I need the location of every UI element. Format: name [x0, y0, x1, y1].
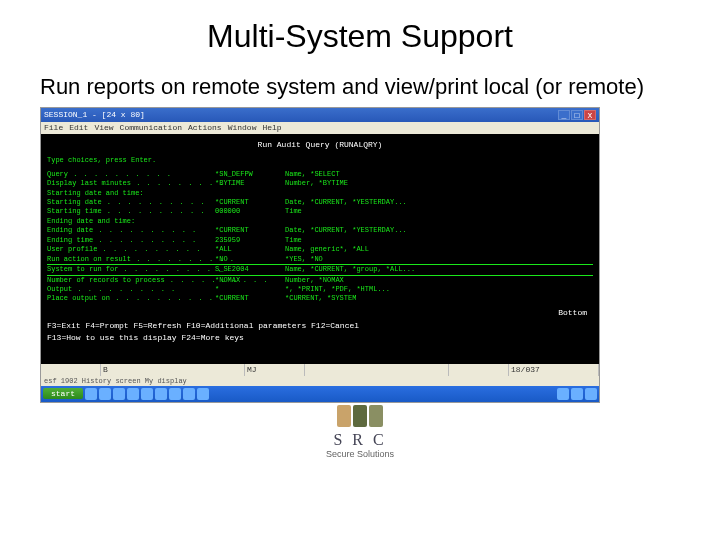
taskbar-app-icon[interactable]: [141, 388, 153, 400]
param-value[interactable]: 000000: [215, 207, 285, 216]
logo-bar-1: [337, 405, 351, 427]
taskbar-app-icon[interactable]: [197, 388, 209, 400]
function-keys-2: F13=How to use this display F24=More key…: [47, 333, 593, 344]
param-hint: Name, *CURRENT, *group, *ALL...: [285, 265, 593, 274]
param-label: Starting time: [47, 207, 215, 216]
param-row: User profile*ALLName, generic*, *ALL: [47, 245, 593, 254]
terminal-window: SESSION_1 - [24 x 80] _ □ X File Edit Vi…: [40, 107, 600, 403]
param-row: Ending date*CURRENTDate, *CURRENT, *YEST…: [47, 226, 593, 235]
param-value[interactable]: *CURRENT: [215, 198, 285, 207]
maximize-button[interactable]: □: [571, 110, 583, 120]
taskbar-app-icon[interactable]: [85, 388, 97, 400]
param-hint: Date, *CURRENT, *YESTERDAY...: [285, 198, 593, 207]
param-row: Place output on*CURRENT*CURRENT, *SYSTEM: [47, 294, 593, 303]
taskbar-app-icon[interactable]: [127, 388, 139, 400]
tray-icon[interactable]: [571, 388, 583, 400]
param-label: User profile: [47, 245, 215, 254]
status-cell-a: [41, 364, 101, 376]
param-row: Number of records to process*NOMAXNumber…: [47, 276, 593, 285]
param-row: Run action on result*NO*YES, *NO: [47, 255, 593, 264]
menu-file[interactable]: File: [44, 123, 63, 132]
close-button[interactable]: X: [584, 110, 596, 120]
param-label: Run action on result: [47, 255, 215, 264]
param-label: Query: [47, 170, 215, 179]
param-value[interactable]: *NOMAX: [215, 276, 285, 285]
slide-title: Multi-System Support: [0, 0, 720, 63]
param-hint: *CURRENT, *SYSTEM: [285, 294, 593, 303]
menu-window[interactable]: Window: [228, 123, 257, 132]
screen-title: Run Audit Query (RUNALQRY): [47, 140, 593, 151]
slide-body-text: Run reports on remote system and view/pr…: [0, 63, 720, 105]
param-hint: *YES, *NO: [285, 255, 593, 264]
taskbar-app-icon[interactable]: [155, 388, 167, 400]
menu-edit[interactable]: Edit: [69, 123, 88, 132]
param-row: System to run forS_SE2004Name, *CURRENT,…: [47, 264, 593, 275]
status-cursor-pos: 18/037: [509, 364, 599, 376]
taskbar-app-icon[interactable]: [169, 388, 181, 400]
param-value[interactable]: *CURRENT: [215, 294, 285, 303]
param-label: Display last minutes: [47, 179, 215, 188]
param-row: Display last minutes*BYTIMENumber, *BYTI…: [47, 179, 593, 188]
param-hint: Number, *BYTIME: [285, 179, 593, 188]
status-cell-m: MJ: [245, 364, 305, 376]
param-label: System to run for: [47, 265, 215, 274]
section-label: Ending date and time:: [47, 217, 593, 226]
param-hint: Time: [285, 236, 593, 245]
status-bar: B MJ 18/037: [41, 364, 599, 376]
status-cell-c: [305, 364, 449, 376]
tray-icon[interactable]: [557, 388, 569, 400]
param-label: Place output on: [47, 294, 215, 303]
param-label: Output: [47, 285, 215, 294]
window-titlebar: SESSION_1 - [24 x 80] _ □ X: [41, 108, 599, 122]
param-hint: Date, *CURRENT, *YESTERDAY...: [285, 226, 593, 235]
menu-communication[interactable]: Communication: [120, 123, 182, 132]
param-row: Query*SN_DEFPWName, *SELECT: [47, 170, 593, 179]
param-label: Ending date: [47, 226, 215, 235]
menu-actions[interactable]: Actions: [188, 123, 222, 132]
taskbar-app-icon[interactable]: [99, 388, 111, 400]
param-hint: Name, *SELECT: [285, 170, 593, 179]
menu-help[interactable]: Help: [262, 123, 281, 132]
param-value[interactable]: *SN_DEFPW: [215, 170, 285, 179]
window-title: SESSION_1 - [24 x 80]: [44, 110, 558, 119]
windows-taskbar: start: [41, 386, 599, 402]
minimize-button[interactable]: _: [558, 110, 570, 120]
logo-subtitle: Secure Solutions: [0, 449, 720, 459]
param-row: Starting time000000Time: [47, 207, 593, 216]
taskbar-app-icon[interactable]: [183, 388, 195, 400]
param-value[interactable]: 235959: [215, 236, 285, 245]
param-value[interactable]: S_SE2004: [215, 265, 285, 274]
param-row: Starting date*CURRENTDate, *CURRENT, *YE…: [47, 198, 593, 207]
logo-bars: [337, 405, 383, 427]
taskbar-app-icon[interactable]: [113, 388, 125, 400]
param-row: Output**, *PRINT, *PDF, *HTML...: [47, 285, 593, 294]
param-value[interactable]: *ALL: [215, 245, 285, 254]
param-label: Ending time: [47, 236, 215, 245]
section-label: Starting date and time:: [47, 189, 593, 198]
status-cell-d: [449, 364, 509, 376]
prompt-text: Type choices, press Enter.: [47, 156, 593, 165]
status-cell-b: B: [101, 364, 245, 376]
bottom-indicator: Bottom: [47, 308, 587, 319]
logo-bar-2: [353, 405, 367, 427]
tray-icon[interactable]: [585, 388, 597, 400]
param-hint: Name, generic*, *ALL: [285, 245, 593, 254]
param-label: Number of records to process: [47, 276, 215, 285]
system-tray: [557, 388, 597, 400]
param-value[interactable]: *BYTIME: [215, 179, 285, 188]
logo-block: S R C Secure Solutions: [0, 405, 720, 459]
window-menubar: File Edit View Communication Actions Win…: [41, 122, 599, 134]
param-value[interactable]: *NO: [215, 255, 285, 264]
logo-text: S R C: [0, 431, 720, 449]
param-row: Ending time235959Time: [47, 236, 593, 245]
function-keys-1: F3=Exit F4=Prompt F5=Refresh F10=Additio…: [47, 321, 593, 332]
start-button[interactable]: start: [43, 388, 83, 399]
param-value[interactable]: *: [215, 285, 285, 294]
menu-view[interactable]: View: [94, 123, 113, 132]
param-hint: Time: [285, 207, 593, 216]
param-label: Starting date: [47, 198, 215, 207]
terminal-body[interactable]: Run Audit Query (RUNALQRY) Type choices,…: [41, 134, 599, 364]
param-value[interactable]: *CURRENT: [215, 226, 285, 235]
window-buttons: _ □ X: [558, 110, 596, 120]
logo-bar-3: [369, 405, 383, 427]
